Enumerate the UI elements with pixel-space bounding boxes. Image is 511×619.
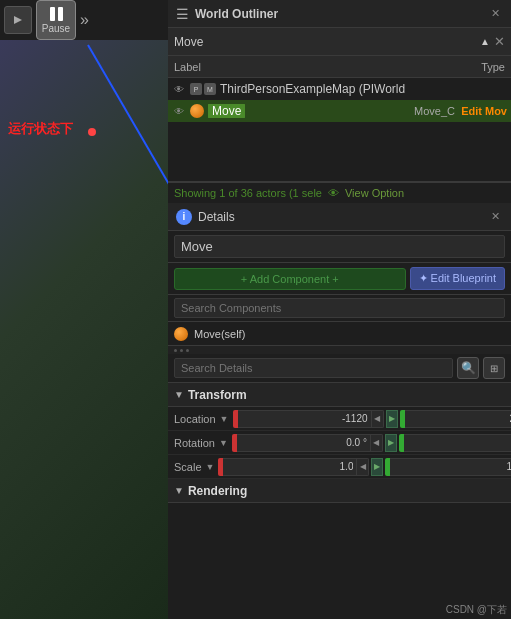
eye-icon-small: 👁	[328, 187, 339, 199]
add-component-label: + Add Component +	[241, 273, 339, 285]
location-x-field: ◀	[233, 410, 384, 428]
map-icon: P	[190, 83, 202, 95]
scale-fields: ◀ ▶ ◀ ▶ ◀ ▶	[218, 458, 511, 476]
outliner-tab-icon: ☰	[176, 6, 189, 22]
scale-label-text: Scale	[174, 461, 202, 473]
outliner-search-bar: ▲ ✕	[168, 28, 511, 56]
scale-x-side-arrow[interactable]: ▶	[371, 458, 383, 476]
watermark: CSDN @下若	[446, 603, 507, 617]
component-sphere-icon	[174, 327, 188, 341]
dot2	[180, 349, 183, 352]
viewport-scene[interactable]: 运行状态下	[0, 40, 168, 619]
details-title: Details	[198, 210, 235, 224]
rotation-y-field: ◀	[399, 434, 511, 452]
rotation-y-input[interactable]	[404, 434, 511, 452]
search-details-input[interactable]	[174, 358, 453, 378]
rotation-x-input[interactable]	[237, 434, 371, 452]
outliner-row-map[interactable]: 👁 P M ThirdPersonExampleMap (PIWorld	[168, 78, 511, 100]
component-self-name: Move(self)	[194, 328, 245, 340]
chinese-overlay-text: 运行状态下	[8, 120, 73, 138]
transform-section-header[interactable]: ▼ Transform	[168, 383, 511, 407]
eye-icon-map[interactable]: 👁	[172, 82, 186, 96]
move-row-type: Move_C Edit Mov	[387, 105, 507, 117]
rotation-x-field: ◀	[232, 434, 383, 452]
rendering-section-header[interactable]: ▼ Rendering	[168, 479, 511, 503]
dot1	[174, 349, 177, 352]
outliner-empty-area	[168, 122, 511, 182]
red-dot	[88, 128, 96, 136]
component-actions-bar: + Add Component + ✦ Edit Blueprint	[168, 263, 511, 295]
rotation-x-side-arrow[interactable]: ▶	[385, 434, 397, 452]
details-close-btn[interactable]: ✕	[487, 209, 503, 225]
transform-collapse-icon: ▼	[174, 389, 184, 400]
search-arrow-icon: ▲	[480, 36, 490, 47]
details-header: i Details ✕	[168, 203, 511, 231]
rotation-row: Rotation ▼ ◀ ▶ ◀ ▶ ◀ ▶	[168, 431, 511, 455]
rotation-label-text: Rotation	[174, 437, 215, 449]
rotation-dropdown-icon[interactable]: ▼	[219, 438, 228, 448]
search-close-icon[interactable]: ✕	[494, 34, 505, 49]
rotation-label: Rotation ▼	[174, 437, 228, 449]
toolbar: Pause »	[0, 0, 168, 40]
location-dropdown-icon[interactable]: ▼	[220, 414, 229, 424]
scale-y-input[interactable]	[390, 458, 511, 476]
pause-label: Pause	[42, 23, 70, 34]
scale-label: Scale ▼	[174, 461, 214, 473]
move-selected-label: Move	[208, 104, 245, 118]
scale-x-input[interactable]	[223, 458, 357, 476]
toolbar-left-btn[interactable]	[4, 6, 32, 34]
scale-x-field: ◀	[218, 458, 369, 476]
pause-icon	[50, 7, 63, 21]
grid-view-icon-btn[interactable]: ⊞	[483, 357, 505, 379]
rendering-collapse-icon: ▼	[174, 485, 184, 496]
map-icon2: M	[204, 83, 216, 95]
dots-separator	[168, 346, 511, 354]
scale-y-field: ◀	[385, 458, 511, 476]
view-options-label[interactable]: View Option	[345, 187, 404, 199]
rotation-x-arrow[interactable]: ◀	[371, 434, 383, 452]
location-fields: ◀ ▶ ◀ ▶ ◀ ▶	[233, 410, 511, 428]
edit-blueprint-label: ✦ Edit Blueprint	[419, 272, 496, 285]
col-label-header: Label	[174, 61, 405, 73]
col-type-header: Type	[405, 61, 505, 73]
edit-blueprint-button[interactable]: ✦ Edit Blueprint	[410, 267, 505, 290]
pause-button[interactable]: Pause	[36, 0, 76, 40]
eye-icon-move[interactable]: 👁	[172, 104, 186, 118]
details-info-icon: i	[176, 209, 192, 225]
move-self-component-row[interactable]: Move(self)	[168, 322, 511, 346]
showing-text-bar: Showing 1 of 36 actors (1 sele 👁 View Op…	[168, 182, 511, 203]
search-components-input[interactable]	[174, 298, 505, 318]
search-components-bar	[168, 295, 511, 322]
location-label-text: Location	[174, 413, 216, 425]
outliner-col-headers: Label Type	[168, 56, 511, 78]
actor-name-input[interactable]	[174, 235, 505, 258]
rotation-fields: ◀ ▶ ◀ ▶ ◀ ▶	[232, 434, 511, 452]
svg-marker-0	[14, 16, 22, 24]
outliner-search-input[interactable]	[174, 35, 476, 49]
move-actor-icon	[190, 104, 204, 118]
location-x-arrow[interactable]: ◀	[372, 410, 384, 428]
location-row: Location ▼ ◀ ▶ ◀ ▶ ◀ ▶	[168, 407, 511, 431]
location-label: Location ▼	[174, 413, 229, 425]
location-x-input[interactable]	[238, 410, 372, 428]
outliner-row-move[interactable]: 👁 Move Move_C Edit Mov	[168, 100, 511, 122]
viewport-panel: Pause » 运行状态下	[0, 0, 168, 619]
search-details-row: 🔍 ⊞	[168, 354, 511, 383]
location-y-input[interactable]	[405, 410, 511, 428]
transform-section-title: Transform	[188, 388, 247, 402]
actor-name-row	[168, 231, 511, 263]
search-details-icon-btn[interactable]: 🔍	[457, 357, 479, 379]
showing-count: Showing 1 of 36 actors (1 sele	[174, 187, 322, 199]
scale-dropdown-icon[interactable]: ▼	[206, 462, 215, 472]
map-row-name: ThirdPersonExampleMap (PIWorld	[220, 82, 507, 96]
location-x-side-arrow[interactable]: ▶	[386, 410, 398, 428]
scale-row: Scale ▼ ◀ ▶ ◀ ▶ ◀ ▶	[168, 455, 511, 479]
edit-move-label: Edit Mov	[461, 105, 507, 117]
outliner-title: World Outliner	[195, 7, 278, 21]
outliner-close-btn[interactable]: ✕	[487, 6, 503, 22]
add-component-button[interactable]: + Add Component +	[174, 268, 406, 290]
right-panel: ☰ World Outliner ✕ ▲ ✕ Label Type 👁 P M …	[168, 0, 511, 619]
expand-icon[interactable]: »	[80, 11, 89, 29]
scale-x-arrow[interactable]: ◀	[357, 458, 369, 476]
move-row-name: Move	[208, 104, 383, 118]
